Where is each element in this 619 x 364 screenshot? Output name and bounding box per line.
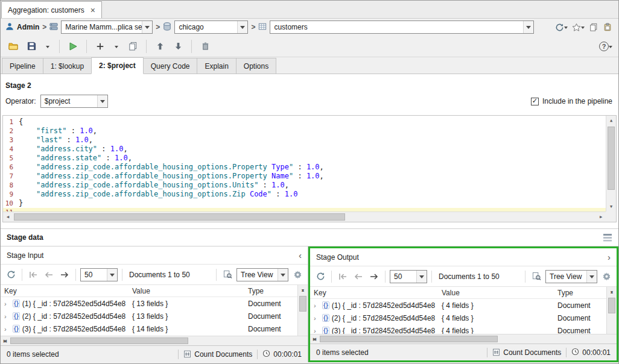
tab-stage1-lookup[interactable]: 1: $lookup bbox=[43, 58, 92, 74]
expand-chevron-icon[interactable]: › bbox=[4, 325, 10, 333]
settings-gear-icon[interactable] bbox=[600, 270, 613, 283]
editor-vertical-scrollbar[interactable]: ▲ ▼ bbox=[606, 116, 616, 212]
column-type[interactable]: Type bbox=[555, 289, 606, 297]
tab-query-code[interactable]: Query Code bbox=[143, 58, 198, 74]
include-pipeline-checkbox[interactable]: ✓ bbox=[531, 98, 539, 105]
view-mode-select[interactable]: Tree View bbox=[545, 270, 597, 283]
expand-chevron-icon[interactable]: › bbox=[4, 300, 10, 307]
scroll-down-icon[interactable]: ▼ bbox=[606, 202, 616, 212]
column-key[interactable]: Key bbox=[310, 289, 439, 297]
table-vertical-scrollbar[interactable]: ▲ ▼ bbox=[297, 285, 308, 336]
scroll-down-icon[interactable]: ▼ bbox=[298, 285, 308, 295]
column-type[interactable]: Type bbox=[246, 287, 297, 295]
code-line[interactable]: 7 "address.zip_code.affordable_housing_o… bbox=[3, 172, 606, 181]
next-page-button[interactable] bbox=[367, 270, 381, 283]
database-select[interactable]: chicago bbox=[174, 20, 248, 34]
scroll-down-icon[interactable]: ▼ bbox=[607, 287, 617, 297]
tab-aggregation-customers[interactable]: Aggregation: customers × bbox=[1, 1, 102, 18]
scroll-up-icon[interactable]: ▲ bbox=[606, 116, 616, 125]
page-size-select[interactable]: 50 bbox=[80, 268, 118, 281]
copy-icon[interactable] bbox=[588, 20, 600, 34]
column-value[interactable]: Value bbox=[130, 287, 246, 295]
duplicate-stage-button[interactable] bbox=[125, 39, 141, 54]
settings-gear-icon[interactable] bbox=[291, 268, 304, 281]
code-line[interactable]: 4 "address.city" : 1.0, bbox=[3, 145, 606, 154]
panel-layout-icon[interactable] bbox=[603, 233, 612, 242]
code-line[interactable]: 3 "last" : 1.0, bbox=[3, 136, 606, 145]
connection-select[interactable]: Marine Mamm...plica set] bbox=[61, 20, 153, 34]
editor-horizontal-scrollbar[interactable]: ◀ ▶ bbox=[3, 212, 606, 222]
table-row[interactable]: ›{}(3) { _id : 57d28452ed5d4d54e8 { 4 fi… bbox=[310, 324, 606, 334]
scroll-right-icon[interactable]: ▶ bbox=[596, 212, 606, 222]
move-stage-up-button[interactable] bbox=[152, 39, 168, 54]
count-documents-button[interactable]: Count Documents bbox=[183, 350, 252, 359]
scrollbar-thumb[interactable] bbox=[10, 337, 188, 344]
table-row[interactable]: ›{}(1) { _id : 57d28452ed5d4d54e8 { 13 f… bbox=[1, 297, 297, 310]
column-key[interactable]: Key bbox=[1, 287, 130, 295]
expand-chevron-icon[interactable]: › bbox=[314, 315, 320, 322]
code-line[interactable]: 8 "address.zip_code.affordable_housing_o… bbox=[3, 181, 606, 190]
code-line[interactable]: 2 "first" : 1.0, bbox=[3, 127, 606, 136]
first-page-button[interactable] bbox=[27, 268, 40, 281]
refresh-icon[interactable] bbox=[4, 268, 17, 281]
paste-icon[interactable] bbox=[602, 20, 614, 34]
page-size-select[interactable]: 50 bbox=[390, 270, 427, 283]
scroll-right-icon[interactable]: ▶ bbox=[310, 334, 319, 344]
code-editor[interactable]: 1{2 "first" : 1.0,3 "last" : 1.0,4 "addr… bbox=[2, 115, 617, 222]
expand-chevron-icon[interactable]: › bbox=[314, 302, 320, 309]
table-horizontal-scrollbar[interactable]: ◀ ▶ bbox=[1, 336, 308, 345]
prev-page-button[interactable] bbox=[42, 268, 56, 281]
run-pipeline-button[interactable] bbox=[65, 39, 81, 54]
code-line[interactable]: 6 "address.zip_code.affordable_housing_o… bbox=[3, 163, 606, 172]
tab-explain[interactable]: Explain bbox=[197, 58, 236, 74]
save-menu-chevron-icon[interactable] bbox=[42, 39, 54, 54]
table-vertical-scrollbar[interactable]: ▲ ▼ bbox=[606, 287, 617, 334]
expand-chevron-icon[interactable]: › bbox=[4, 313, 10, 320]
collapse-panel-icon[interactable]: › bbox=[608, 253, 611, 262]
user-name[interactable]: Admin bbox=[17, 23, 39, 31]
add-stage-menu-chevron-icon[interactable] bbox=[110, 39, 122, 54]
scrollbar-thumb[interactable] bbox=[14, 213, 345, 221]
help-button[interactable]: ? bbox=[598, 39, 614, 54]
history-icon[interactable] bbox=[554, 20, 569, 34]
open-folder-button[interactable] bbox=[5, 39, 21, 54]
refresh-icon[interactable] bbox=[314, 270, 327, 283]
window-tab-label: Aggregation: customers bbox=[8, 6, 84, 14]
collapse-panel-icon[interactable]: ‹ bbox=[299, 251, 302, 260]
scroll-left-icon[interactable]: ◀ bbox=[3, 212, 13, 222]
tab-stage2-project[interactable]: 2: $project bbox=[91, 57, 144, 74]
first-page-button[interactable] bbox=[336, 270, 349, 283]
scrollbar-thumb[interactable] bbox=[608, 127, 615, 190]
find-icon[interactable] bbox=[221, 268, 234, 281]
column-value[interactable]: Value bbox=[439, 289, 555, 297]
table-row[interactable]: ›{}(1) { _id : 57d28452ed5d4d54e8 { 4 fi… bbox=[310, 299, 606, 312]
operator-select[interactable]: $project bbox=[40, 95, 108, 108]
table-row[interactable]: ›{}(3) { _id : 57d28452ed5d4d54e8 { 14 f… bbox=[1, 322, 297, 335]
code-line[interactable]: 5 "address.state" : 1.0, bbox=[3, 154, 606, 163]
table-row[interactable]: ›{}(2) { _id : 57d28452ed5d4d54e8 { 13 f… bbox=[1, 310, 297, 322]
scrollbar-thumb[interactable] bbox=[299, 296, 306, 312]
code-line[interactable]: 9 "address.zip_code.affordable_housing_o… bbox=[3, 190, 606, 199]
scrollbar-thumb[interactable] bbox=[608, 298, 615, 313]
prev-page-button[interactable] bbox=[352, 270, 365, 283]
code-line[interactable]: 10} bbox=[3, 199, 606, 208]
table-horizontal-scrollbar[interactable]: ◀ ▶ bbox=[310, 334, 617, 344]
favorites-star-icon[interactable] bbox=[571, 20, 586, 34]
move-stage-down-button[interactable] bbox=[170, 39, 186, 54]
count-documents-button[interactable]: Count Documents bbox=[492, 348, 561, 357]
add-stage-button[interactable] bbox=[92, 39, 108, 54]
table-row[interactable]: ›{}(2) { _id : 57d28452ed5d4d54e8 { 4 fi… bbox=[310, 312, 606, 324]
scroll-right-icon[interactable]: ▶ bbox=[1, 336, 10, 345]
tab-options[interactable]: Options bbox=[236, 58, 276, 74]
code-line[interactable]: 1{ bbox=[3, 118, 606, 127]
next-page-button[interactable] bbox=[58, 268, 71, 281]
save-button[interactable] bbox=[24, 39, 39, 54]
close-icon[interactable]: × bbox=[90, 6, 95, 14]
scrollbar-thumb[interactable] bbox=[320, 336, 498, 342]
expand-chevron-icon[interactable]: › bbox=[314, 327, 320, 334]
collection-select[interactable]: customers bbox=[270, 20, 534, 34]
find-icon[interactable] bbox=[530, 270, 543, 283]
tab-pipeline[interactable]: Pipeline bbox=[2, 58, 43, 74]
view-mode-select[interactable]: Tree View bbox=[236, 268, 288, 281]
delete-stage-button[interactable] bbox=[197, 39, 213, 54]
